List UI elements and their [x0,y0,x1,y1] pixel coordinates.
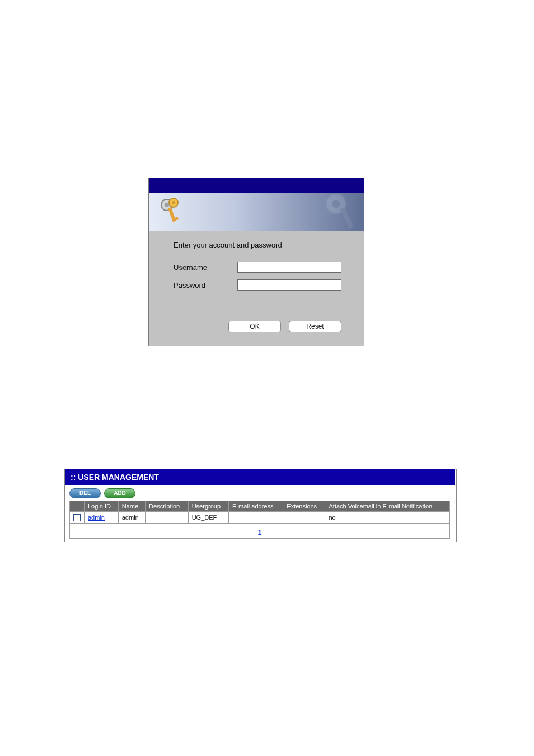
page-link[interactable]: 1 [258,529,262,536]
svg-point-5 [172,201,175,204]
cell-email [229,512,283,524]
password-row: Password [174,279,341,291]
col-email: E-mail address [229,501,283,512]
cell-extensions [283,512,325,524]
dialog-banner [149,193,364,231]
col-extensions: Extensions [283,501,325,512]
ok-button[interactable]: OK [228,321,281,332]
login-id-link[interactable]: admin [88,514,105,521]
col-checkbox [70,501,85,512]
col-login-id: Login ID [85,501,119,512]
username-label: Username [174,263,237,272]
table-header-row: Login ID Name Description Usergroup E-ma… [70,501,450,512]
col-description: Description [146,501,189,512]
table-row: admin admin UG_DEF no [70,512,450,524]
panel-toolbar: DEL ADD [69,488,450,498]
svg-point-1 [165,203,169,207]
row-checkbox[interactable] [73,514,81,521]
add-button[interactable]: ADD [104,488,135,498]
del-button[interactable]: DEL [69,488,101,498]
cell-name: admin [118,512,145,524]
col-name: Name [118,501,145,512]
password-input[interactable] [237,279,341,291]
panel-title: :: USER MANAGEMENT [65,469,455,485]
pager: 1 [69,524,450,539]
banner-decor-icon [297,193,364,231]
username-row: Username [174,262,341,273]
dialog-title-bar [149,178,364,193]
cell-description [146,512,189,524]
svg-point-7 [332,200,340,208]
login-prompt: Enter your account and password [174,241,341,262]
user-management-panel: :: USER MANAGEMENT DEL ADD Login ID Name… [63,469,457,542]
col-attach: Attach Voicemail in E-mail Notification [325,501,450,512]
link-fragment [119,130,193,130]
cell-attach: no [325,512,450,524]
username-input[interactable] [237,262,341,273]
password-label: Password [174,281,237,290]
user-table: Login ID Name Description Usergroup E-ma… [69,501,450,524]
svg-rect-8 [340,208,353,229]
panel-body: DEL ADD Login ID Name Description Usergr… [65,485,455,542]
login-form: Enter your account and password Username… [149,231,364,346]
login-dialog: Enter your account and password Username… [148,178,364,346]
keys-icon [157,197,187,228]
reset-button[interactable]: Reset [289,321,341,332]
login-button-row: OK Reset [174,321,341,334]
cell-usergroup: UG_DEF [188,512,228,524]
col-usergroup: Usergroup [188,501,228,512]
